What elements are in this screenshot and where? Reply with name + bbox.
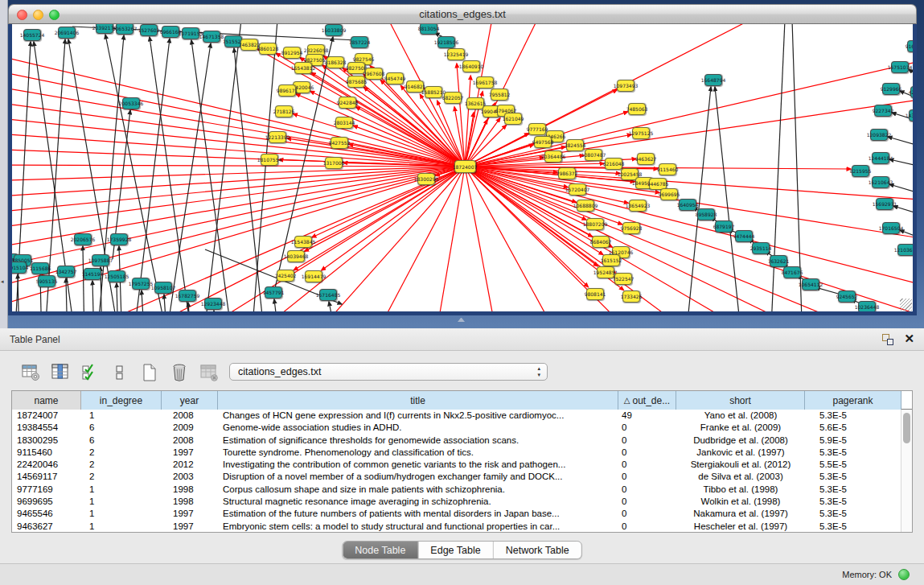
graph-node[interactable]: 20206576 [74, 233, 92, 245]
graph-node[interactable]: 8454749 [386, 72, 404, 84]
graph-node[interactable]: 6966160 [162, 26, 179, 38]
graph-node[interactable]: 10807487 [585, 149, 602, 161]
frame-resize-grip[interactable] [900, 299, 912, 311]
graph-node[interactable]: 8186328 [326, 56, 344, 68]
graph-node[interactable]: 10236448 [858, 301, 876, 312]
graph-node[interactable]: 8215955 [852, 165, 869, 177]
graph-node[interactable]: 9245652 [838, 290, 856, 303]
collapse-arrow-icon[interactable]: ◂ [1, 278, 4, 285]
table-row[interactable]: 1830029562008Estimation of significance … [12, 435, 912, 447]
new-column-icon[interactable] [139, 362, 160, 383]
graph-node[interactable]: 9242848 [339, 97, 356, 109]
graph-node[interactable]: 16210643 [872, 176, 889, 188]
graph-node[interactable]: 8958928 [697, 208, 715, 220]
graph-node[interactable]: 15885210 [425, 86, 442, 98]
graph-node[interactable]: 17016504 [882, 222, 900, 234]
graph-node[interactable]: 2935114 [752, 242, 770, 254]
graph-node[interactable]: 3915104 [12, 262, 27, 274]
tab-node-table[interactable]: Node Table [343, 542, 418, 558]
graph-node[interactable]: 9699695 [660, 188, 678, 200]
graph-node[interactable]: 9875685 [347, 76, 365, 88]
table-row[interactable]: 1938455462009Genome-wide association stu… [12, 422, 912, 434]
graph-node[interactable]: 9227342 [874, 105, 892, 117]
table-row[interactable]: 946362711997Embryonic stem cells: a mode… [12, 521, 912, 533]
graph-node[interactable]: 1115686 [31, 262, 49, 274]
scrollbar-thumb[interactable] [903, 413, 910, 443]
graph-node[interactable]: 10973493 [617, 80, 634, 92]
graph-node[interactable]: 12093822 [870, 129, 888, 141]
delete-table-icon[interactable] [199, 362, 220, 383]
graph-node[interactable]: 1621049 [504, 113, 522, 125]
graph-node[interactable]: 2718126 [275, 105, 293, 117]
graph-node[interactable]: 1640954 [679, 199, 696, 211]
graph-node[interactable]: 18807209 [586, 218, 604, 230]
graph-node[interactable]: 6879197 [715, 220, 733, 233]
graph-node[interactable]: 16782759 [179, 290, 196, 302]
column-header-in_degree[interactable]: in_degree [81, 391, 162, 410]
graph-node[interactable]: 14039468 [287, 250, 305, 262]
graph-hub-node[interactable]: 18724007 [454, 160, 476, 173]
graph-node[interactable]: 6822057 [444, 92, 462, 104]
graph-node[interactable]: 10719155 [182, 27, 199, 39]
graph-node[interactable]: 11543845 [294, 236, 312, 248]
graph-node[interactable]: 12103654 [897, 244, 913, 256]
graph-node[interactable]: 6216048 [605, 158, 622, 170]
graph-node[interactable]: 15716485 [319, 289, 337, 301]
graph-node[interactable]: 9169721 [907, 40, 913, 52]
graph-node[interactable]: 12325419 [447, 48, 465, 60]
table-source-select[interactable]: citations_edges.txt ▴▾ [229, 363, 548, 381]
graph-node[interactable]: 16543812 [294, 62, 312, 74]
graph-node[interactable]: 1527602 [140, 24, 158, 36]
control-panel-divider[interactable]: ◂ [0, 0, 8, 328]
graph-node[interactable]: 7485063 [628, 103, 646, 115]
graph-node[interactable]: 15751074 [891, 61, 909, 73]
graph-node[interactable]: 8684067 [592, 236, 610, 248]
close-panel-icon[interactable]: ✕ [904, 332, 914, 346]
graph-node[interactable]: 9808141 [586, 288, 604, 300]
table-row[interactable]: 1872400712008Changes of HCN gene express… [12, 410, 912, 422]
table-row[interactable]: 2242004622012Investigating the contribut… [12, 459, 912, 471]
column-header-out_de[interactable]: △out_de... [618, 391, 676, 410]
graph-node[interactable]: 9474444 [735, 230, 753, 242]
graph-node[interactable]: 8427552 [331, 137, 348, 149]
tab-edge-table[interactable]: Edge Table [418, 542, 493, 558]
graph-node[interactable]: 4289514 [910, 86, 913, 98]
graph-node[interactable]: 14671358 [203, 31, 220, 43]
graph-node[interactable]: 7425402 [277, 270, 294, 282]
graph-node[interactable]: 20691406 [58, 27, 76, 39]
graph-node[interactable]: 16033809 [325, 24, 343, 36]
deselect-rows-icon[interactable] [109, 362, 130, 383]
graph-node[interactable]: 1145194 [84, 268, 101, 280]
graph-node[interactable]: 8912954 [283, 47, 301, 59]
graph-node[interactable]: 18640910 [462, 60, 480, 72]
graph-node[interactable]: 17359928 [110, 233, 128, 245]
column-header-year[interactable]: year [162, 391, 218, 410]
table-scrollbar[interactable] [901, 410, 912, 532]
delete-column-icon[interactable] [169, 362, 190, 383]
graph-node[interactable]: 5905135 [38, 275, 55, 287]
column-header-short[interactable]: short [676, 391, 805, 410]
graph-node[interactable]: 9129966 [882, 83, 900, 95]
graph-node[interactable]: 19218506 [437, 36, 455, 48]
table-row[interactable]: 1456911722003Disruption of a novel membe… [12, 471, 912, 483]
network-canvas[interactable]: 1872400714055724206914062039217610653267… [12, 24, 913, 311]
table-row[interactable]: 911546021997Tourette syndrome. Phenomeno… [12, 447, 912, 459]
graph-node[interactable]: 12975125 [632, 127, 650, 139]
graph-node[interactable]: 16648794 [704, 74, 722, 86]
graph-node[interactable]: 10958107 [154, 282, 172, 294]
graph-node[interactable]: 10975887 [92, 254, 109, 266]
graph-node[interactable]: 2967608 [365, 68, 383, 80]
graph-node[interactable]: 1733426 [622, 290, 640, 303]
table-row[interactable]: 969969511998Structural magnetic resonanc… [12, 496, 912, 508]
tab-network-table[interactable]: Network Table [494, 542, 581, 558]
graph-node[interactable]: 14334221 [909, 109, 913, 122]
column-header-pagerank[interactable]: pagerank [805, 391, 901, 410]
graph-node[interactable]: 7632621 [770, 255, 787, 267]
column-select-icon[interactable] [50, 362, 71, 383]
graph-node[interactable]: 15720407 [569, 183, 586, 196]
table-settings-icon[interactable] [20, 362, 41, 383]
graph-node[interactable]: 9457791 [265, 286, 282, 299]
graph-node[interactable]: 10654112 [802, 278, 819, 290]
network-frame-titlebar[interactable]: citations_edges.txt [8, 4, 917, 24]
graph-node[interactable]: 17957255 [132, 278, 150, 290]
